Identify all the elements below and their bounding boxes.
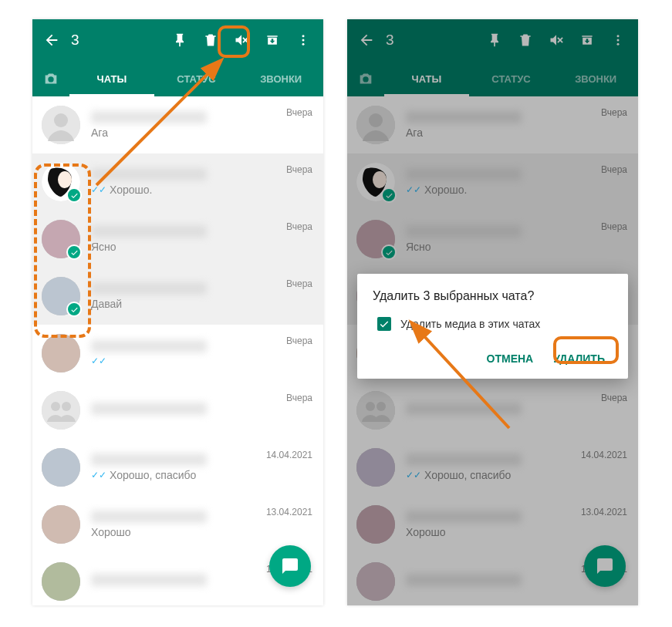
- svg-point-20: [42, 562, 80, 601]
- svg-point-14: [51, 402, 60, 411]
- chat-time: Вчера: [286, 107, 312, 118]
- chat-avatar[interactable]: [42, 334, 80, 372]
- svg-point-16: [42, 448, 80, 487]
- chat-name-blurred: [91, 574, 207, 586]
- selection-toolbar: 3: [32, 19, 323, 61]
- read-ticks-icon: ✓✓: [91, 470, 106, 480]
- delete-button[interactable]: УДАЛИТЬ: [545, 346, 613, 371]
- delete-icon[interactable]: [197, 26, 225, 54]
- chat-row[interactable]: Хорошо13.04.2021: [32, 496, 323, 553]
- pin-icon[interactable]: [166, 26, 194, 54]
- more-icon[interactable]: [289, 26, 317, 54]
- checkbox-label: Удалить медиа в этих чатах: [400, 318, 540, 330]
- read-ticks-icon: ✓✓: [91, 184, 106, 195]
- svg-point-13: [42, 391, 80, 430]
- chat-last-message: Хорошо: [91, 526, 314, 538]
- phone-screenshot-1: 3 ЧАТЫ СТАТУС ЗВОНКИ АгаВчера✓✓Хоро: [32, 19, 323, 605]
- chat-time: 14.04.2021: [266, 450, 312, 460]
- svg-point-2: [302, 43, 305, 46]
- back-button[interactable]: [39, 32, 65, 49]
- tab-calls[interactable]: ЗВОНКИ: [238, 61, 323, 96]
- chat-last-message: Ясно: [91, 241, 314, 253]
- chat-avatar[interactable]: [42, 562, 80, 601]
- svg-point-12: [42, 334, 80, 372]
- selected-check-icon: [66, 187, 82, 203]
- chat-last-message: ✓✓Хорошо, спасибо: [91, 469, 314, 481]
- chat-last-message: ✓✓: [91, 356, 314, 366]
- archive-icon[interactable]: [258, 26, 286, 54]
- chat-avatar[interactable]: [42, 220, 80, 258]
- chat-name-blurred: [91, 111, 207, 123]
- chat-row[interactable]: ✓✓Хорошо, спасибо14.04.2021: [32, 439, 323, 496]
- chat-last-message: ✓✓Хорошо.: [91, 184, 314, 196]
- chat-name-blurred: [91, 282, 207, 295]
- chat-name-blurred: [91, 453, 207, 466]
- chat-row[interactable]: АгаВчера: [32, 96, 323, 153]
- chat-time: 13.04.2021: [266, 507, 312, 517]
- mute-icon[interactable]: [228, 26, 255, 54]
- svg-point-11: [42, 334, 80, 372]
- chat-time: Вчера: [286, 393, 312, 403]
- svg-point-19: [42, 505, 80, 544]
- phone-screenshot-2: 3 ЧАТЫ СТАТУС ЗВОНКИ АгаВчера✓✓Хорошо.Вч…: [347, 19, 638, 605]
- cancel-button[interactable]: ОТМЕНА: [479, 346, 542, 371]
- dialog-title: Удалить 3 выбранных чата?: [373, 289, 613, 303]
- chat-name-blurred: [91, 340, 207, 352]
- selected-check-icon: [66, 302, 82, 317]
- svg-point-15: [62, 402, 71, 411]
- chat-row[interactable]: ✓✓Хорошо.Вчера: [32, 153, 323, 211]
- chat-time: Вчера: [286, 164, 312, 175]
- chat-row[interactable]: ЯсноВчера: [32, 211, 323, 268]
- svg-point-1: [302, 39, 305, 42]
- chat-avatar[interactable]: [42, 163, 80, 201]
- svg-point-3: [42, 106, 80, 144]
- chat-row[interactable]: Вчера: [32, 382, 323, 439]
- chat-row[interactable]: ✓✓Вчера: [32, 325, 323, 382]
- chat-time: Вчера: [286, 335, 312, 346]
- chat-last-message: Ага: [91, 126, 314, 139]
- chat-name-blurred: [91, 225, 207, 238]
- selected-check-icon: [66, 244, 82, 260]
- chat-name-blurred: [91, 168, 207, 180]
- svg-point-4: [54, 113, 68, 127]
- chat-avatar[interactable]: [42, 277, 80, 315]
- chat-avatar[interactable]: [42, 448, 80, 487]
- chat-time: Вчера: [286, 221, 312, 232]
- svg-point-0: [302, 35, 305, 37]
- chat-avatar[interactable]: [42, 391, 80, 430]
- chat-name-blurred: [91, 511, 207, 523]
- chat-row[interactable]: ДавайВчера: [32, 268, 323, 325]
- svg-point-18: [42, 505, 80, 544]
- chat-avatar[interactable]: [42, 106, 80, 144]
- chat-name-blurred: [91, 403, 207, 415]
- read-ticks-icon: ✓✓: [91, 356, 106, 366]
- svg-point-17: [42, 448, 80, 487]
- delete-dialog: Удалить 3 выбранных чата? Удалить медиа …: [357, 274, 628, 379]
- chat-avatar[interactable]: [42, 505, 80, 544]
- tab-status[interactable]: СТАТУС: [154, 61, 239, 96]
- svg-point-21: [42, 562, 80, 601]
- delete-media-option[interactable]: Удалить медиа в этих чатах: [373, 317, 613, 331]
- chat-last-message: Давай: [91, 298, 314, 310]
- chat-list[interactable]: АгаВчера✓✓Хорошо.ВчераЯсноВчераДавайВчер…: [32, 96, 323, 605]
- new-chat-fab[interactable]: [269, 545, 311, 587]
- selection-count: 3: [71, 32, 166, 49]
- camera-tab-icon[interactable]: [32, 70, 69, 87]
- svg-point-6: [58, 171, 72, 188]
- tab-chats[interactable]: ЧАТЫ: [69, 61, 154, 96]
- checkbox-checked-icon[interactable]: [377, 317, 391, 331]
- tab-bar: ЧАТЫ СТАТУС ЗВОНКИ: [32, 61, 323, 96]
- chat-time: Вчера: [286, 278, 312, 289]
